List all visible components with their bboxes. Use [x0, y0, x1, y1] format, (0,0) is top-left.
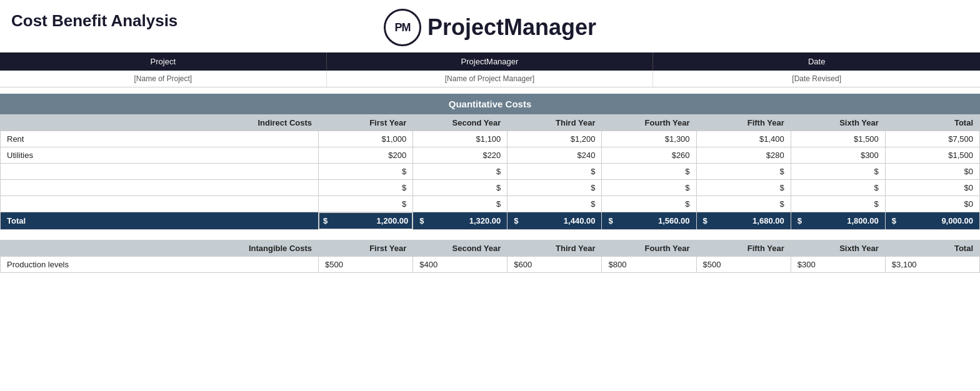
row-label — [1, 180, 319, 196]
total-y4: $1,560.00 — [602, 212, 696, 230]
intangible-costs-table: Intangible Costs First Year Second Year … — [0, 240, 980, 273]
total-row: Total $1,200.00 $1,320.00 $1,440.00 $1,5… — [1, 212, 980, 230]
col-header-indirect: Indirect Costs — [1, 115, 319, 131]
cell-y5: $1,400 — [696, 131, 791, 147]
col-header-int-y6: Sixth Year — [791, 240, 885, 256]
cell-y6: $ — [791, 164, 885, 180]
col-header-y1: First Year — [319, 115, 413, 131]
section-title-quantitative: Quantitative Costs — [0, 94, 980, 114]
row-label: Utilities — [1, 147, 319, 164]
cell-y6: $ — [791, 180, 885, 196]
meta-value-date: [Date Revised] — [653, 71, 980, 87]
col-header-y2: Second Year — [413, 115, 508, 131]
quantitative-costs-section: Quantitative Costs Indirect Costs First … — [0, 94, 980, 230]
cell-y2: $220 — [413, 147, 508, 164]
cell-y6: $1,500 — [791, 131, 885, 147]
cell-total: $0 — [885, 196, 979, 212]
cell-y4: $1,300 — [602, 131, 696, 147]
cell-total: $1,500 — [885, 147, 979, 164]
meta-header-date: Date — [653, 52, 980, 71]
row-label — [1, 196, 319, 212]
cell-y4: $ — [602, 180, 696, 196]
cell-total: $7,500 — [885, 131, 979, 147]
col-header-total: Total — [885, 115, 979, 131]
cell-y1: $ — [319, 196, 413, 212]
col-header-int-y5: Fifth Year — [696, 240, 791, 256]
col-header-y5: Fifth Year — [696, 115, 791, 131]
intangible-costs-header-row: Intangible Costs First Year Second Year … — [1, 240, 980, 256]
table-row: Utilities $200 $220 $240 $260 $280 $300 … — [1, 147, 980, 164]
row-label: Production levels — [1, 256, 319, 272]
page: Cost Benefit Analysis PM ProjectManager … — [0, 0, 980, 391]
cell-y4: $800 — [602, 256, 696, 272]
page-title: Cost Benefit Analysis — [11, 11, 178, 31]
cell-y3: $ — [508, 164, 602, 180]
cell-total: $0 — [885, 180, 979, 196]
cell-y1: $ — [319, 164, 413, 180]
col-header-y4: Fourth Year — [602, 115, 696, 131]
total-y5: $1,680.00 — [696, 212, 791, 230]
col-header-int-total: Total — [885, 240, 979, 256]
cell-total: $3,100 — [885, 256, 979, 272]
cell-y5: $ — [696, 180, 791, 196]
cell-y3: $240 — [508, 147, 602, 164]
table-row: $ $ $ $ $ $ $0 — [1, 164, 980, 180]
cell-y4: $260 — [602, 147, 696, 164]
total-y3: $1,440.00 — [508, 212, 602, 230]
intangible-costs-section: Intangible Costs First Year Second Year … — [0, 240, 980, 273]
table-row: $ $ $ $ $ $ $0 — [1, 196, 980, 212]
total-label: Total — [1, 212, 319, 230]
total-y1: $1,200.00 — [319, 212, 412, 229]
cell-y3: $ — [508, 196, 602, 212]
table-row: Production levels $500 $400 $600 $800 $5… — [1, 256, 980, 272]
col-header-int-y4: Fourth Year — [602, 240, 696, 256]
logo-area: PM ProjectManager — [384, 9, 596, 46]
col-header-int-y1: First Year — [319, 240, 413, 256]
logo-name: ProjectManager — [428, 14, 596, 41]
cell-y2: $1,100 — [413, 131, 508, 147]
indirect-costs-header-row: Indirect Costs First Year Second Year Th… — [1, 115, 980, 131]
meta-header-project: Project — [0, 52, 327, 71]
meta-value-project: [Name of Project] — [0, 71, 327, 87]
meta-header-pm: ProjectManager — [327, 52, 654, 71]
meta-value-pm: [Name of Project Manager] — [327, 71, 654, 87]
cell-y2: $ — [413, 196, 508, 212]
cell-y3: $1,200 — [508, 131, 602, 147]
cell-y5: $ — [696, 164, 791, 180]
row-label: Rent — [1, 131, 319, 147]
cell-y3: $ — [508, 180, 602, 196]
col-header-y3: Third Year — [508, 115, 602, 131]
total-grand: $9,000.00 — [885, 212, 979, 230]
cell-y1: $200 — [319, 147, 413, 164]
cell-y5: $280 — [696, 147, 791, 164]
table-row: Rent $1,000 $1,100 $1,200 $1,300 $1,400 … — [1, 131, 980, 147]
total-y6: $1,800.00 — [791, 212, 885, 230]
row-label — [1, 164, 319, 180]
cell-y3: $600 — [508, 256, 602, 272]
cell-y1: $500 — [319, 256, 413, 272]
cell-y6: $300 — [791, 256, 885, 272]
cell-y5: $500 — [696, 256, 791, 272]
meta-values: [Name of Project] [Name of Project Manag… — [0, 71, 980, 87]
cell-y6: $ — [791, 196, 885, 212]
section-spacer — [0, 230, 980, 236]
cell-y2: $ — [413, 180, 508, 196]
meta-header: Project ProjectManager Date — [0, 52, 980, 71]
cell-y6: $300 — [791, 147, 885, 164]
col-header-y6: Sixth Year — [791, 115, 885, 131]
col-header-int-y2: Second Year — [413, 240, 508, 256]
cell-y4: $ — [602, 196, 696, 212]
cell-y2: $400 — [413, 256, 508, 272]
table-row: $ $ $ $ $ $ $0 — [1, 180, 980, 196]
cell-y5: $ — [696, 196, 791, 212]
total-y2: $1,320.00 — [413, 212, 508, 230]
header: Cost Benefit Analysis PM ProjectManager — [0, 0, 980, 52]
cell-y1: $ — [319, 180, 413, 196]
indirect-costs-table: Indirect Costs First Year Second Year Th… — [0, 114, 980, 230]
col-header-int-y3: Third Year — [508, 240, 602, 256]
col-header-intangible: Intangible Costs — [1, 240, 319, 256]
cell-y4: $ — [602, 164, 696, 180]
logo-circle: PM — [384, 9, 421, 46]
cell-y1: $1,000 — [319, 131, 413, 147]
cell-y2: $ — [413, 164, 508, 180]
